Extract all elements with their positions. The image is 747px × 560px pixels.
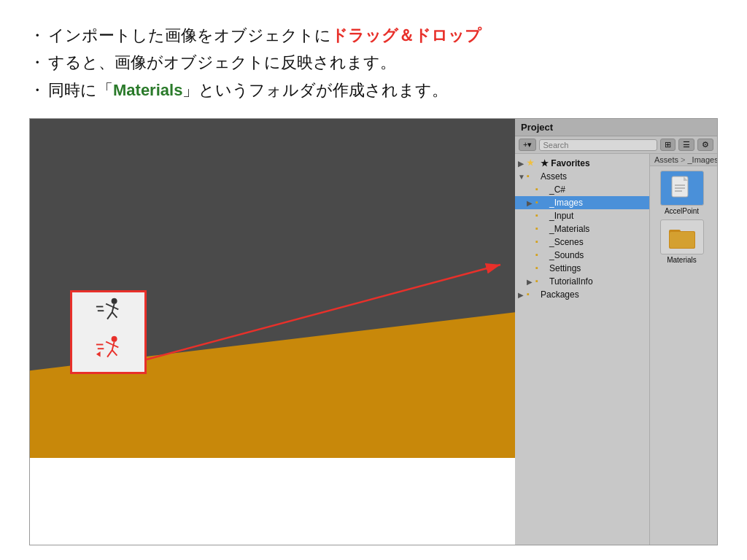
accelpoint-icon bbox=[660, 171, 704, 206]
breadcrumb-separator: > bbox=[681, 155, 685, 164]
assets-grid: AccelPoint Materials bbox=[650, 166, 717, 545]
breadcrumb-folder: _Images bbox=[687, 155, 717, 164]
tree-item-tutorialinfo[interactable]: ▶ ▪ TutorialInfo bbox=[515, 275, 649, 288]
assets-arrow: ▼ bbox=[518, 173, 527, 181]
folder-icon-images: ▪ bbox=[535, 198, 547, 208]
folder-icon-sounds: ▪ bbox=[535, 250, 547, 260]
highlight-drag-drop: ドラッグ＆ドロップ bbox=[331, 26, 481, 44]
tree-favorites[interactable]: ▶ ★ ★ Favorites bbox=[515, 157, 649, 170]
svg-marker-18 bbox=[96, 351, 100, 357]
tree-item-settings[interactable]: ▪ Settings bbox=[515, 262, 649, 275]
tree-item-input[interactable]: ▪ _Input bbox=[515, 209, 649, 222]
folder-icon-settings: ▪ bbox=[535, 263, 547, 273]
svg-line-6 bbox=[107, 312, 112, 319]
favorites-arrow: ▶ bbox=[518, 160, 527, 168]
svg-line-4 bbox=[106, 303, 112, 306]
tree-packages[interactable]: ▶ ▪ Packages bbox=[515, 288, 649, 301]
text-section: ・ インポートした画像をオブジェクトにドラッグ＆ドロップ ・ すると、画像がオブ… bbox=[29, 22, 718, 104]
layout-btn-1[interactable]: ⊞ bbox=[660, 139, 676, 151]
figure-bottom bbox=[95, 334, 123, 369]
tree-item-csharp[interactable]: ▪ _C# bbox=[515, 183, 649, 196]
tree-item-sounds[interactable]: ▪ _Sounds bbox=[515, 249, 649, 262]
file-icon bbox=[669, 175, 695, 201]
game-view bbox=[30, 119, 515, 458]
layout-btn-2[interactable]: ☰ bbox=[678, 139, 694, 151]
folder-icon-scenes: ▪ bbox=[535, 237, 547, 247]
project-panel: Project +▾ ⊞ ☰ ⚙ ▶ ★ ★ Favorites bbox=[515, 119, 717, 545]
asset-materials-folder[interactable]: Materials bbox=[654, 219, 709, 264]
folder-svg bbox=[667, 224, 697, 250]
character-card bbox=[70, 290, 147, 374]
page-container: ・ インポートした画像をオブジェクトにドラッグ＆ドロップ ・ すると、画像がオブ… bbox=[0, 0, 747, 560]
tree-assets-root[interactable]: ▼ ▪ Assets bbox=[515, 170, 649, 183]
search-input[interactable] bbox=[539, 139, 657, 151]
project-body: ▶ ★ ★ Favorites ▼ ▪ Assets ▪ _C# bbox=[515, 154, 717, 545]
svg-point-10 bbox=[111, 336, 117, 342]
folder-icon-packages: ▪ bbox=[527, 289, 538, 300]
folder-icon-csharp: ▪ bbox=[535, 184, 547, 195]
tree-item-materials[interactable]: ▪ _Materials bbox=[515, 222, 649, 236]
project-header: Project bbox=[515, 119, 717, 136]
figure-top bbox=[95, 296, 123, 331]
svg-line-14 bbox=[107, 350, 112, 357]
svg-line-12 bbox=[106, 341, 112, 344]
add-button[interactable]: +▾ bbox=[519, 139, 536, 151]
project-toolbar: +▾ ⊞ ☰ ⚙ bbox=[515, 136, 717, 154]
materials-folder-label: Materials bbox=[667, 256, 697, 264]
tree-item-scenes[interactable]: ▪ _Scenes bbox=[515, 236, 649, 249]
tree-item-images[interactable]: ▶ ▪ _Images bbox=[515, 196, 649, 209]
svg-line-7 bbox=[112, 312, 117, 318]
breadcrumb: Assets > _Images bbox=[650, 154, 717, 166]
tree-panel: ▶ ★ ★ Favorites ▼ ▪ Assets ▪ _C# bbox=[515, 154, 650, 545]
asset-accelpoint[interactable]: AccelPoint bbox=[654, 171, 709, 215]
folder-icon-input: ▪ bbox=[535, 211, 547, 221]
assets-content: Assets > _Images bbox=[650, 154, 717, 545]
star-icon: ★ bbox=[527, 158, 538, 168]
layout-btn-3[interactable]: ⚙ bbox=[697, 139, 713, 151]
content-area: Project +▾ ⊞ ☰ ⚙ ▶ ★ ★ Favorites bbox=[29, 118, 718, 545]
accelpoint-label: AccelPoint bbox=[665, 207, 699, 215]
materials-folder-icon bbox=[660, 219, 704, 254]
folder-icon-tutorial: ▪ bbox=[535, 276, 547, 287]
highlight-materials: Materials bbox=[113, 81, 182, 99]
folder-icon-materials: ▪ bbox=[535, 224, 547, 234]
bullet-2: ・ すると、画像がオブジェクトに反映されます。 bbox=[29, 49, 718, 76]
bullet-1: ・ インポートした画像をオブジェクトにドラッグ＆ドロップ bbox=[29, 22, 718, 49]
svg-line-15 bbox=[112, 350, 117, 356]
svg-rect-26 bbox=[670, 232, 694, 248]
assets-folder-icon: ▪ bbox=[527, 171, 538, 182]
bullet-3: ・ 同時に「Materials」というフォルダが作成されます。 bbox=[29, 77, 718, 104]
svg-point-2 bbox=[111, 298, 117, 304]
